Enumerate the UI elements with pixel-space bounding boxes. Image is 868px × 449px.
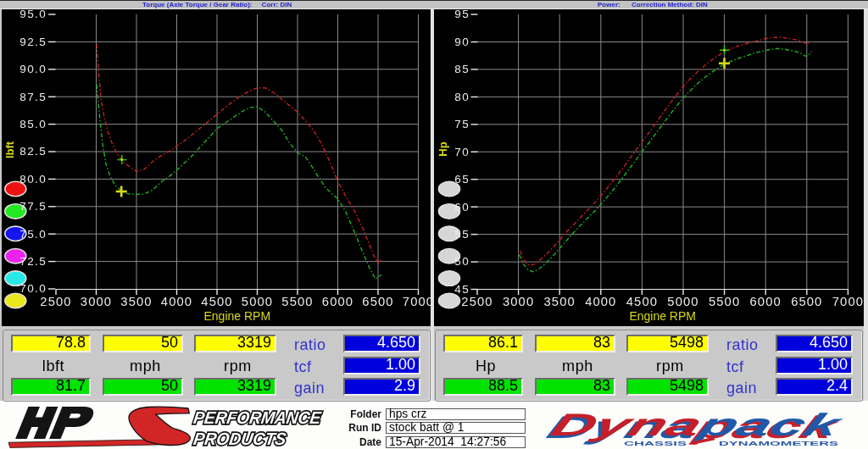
svg-text:Dyna: Dyna	[546, 407, 708, 442]
svg-text:DYNAMOMETERS: DYNAMOMETERS	[719, 440, 839, 447]
svg-text:55: 55	[454, 228, 470, 241]
svg-text:Engine RPM: Engine RPM	[204, 309, 271, 323]
svg-text:Hp: Hp	[437, 141, 449, 156]
svg-text:2500: 2500	[40, 295, 71, 308]
svg-text:4500: 4500	[201, 295, 232, 308]
svg-text:85.0: 85.0	[19, 118, 47, 130]
svg-text:92.5: 92.5	[19, 36, 47, 48]
svg-text:90: 90	[454, 36, 470, 48]
svg-text:6500: 6500	[791, 295, 822, 308]
svg-text:PERFORMANCE: PERFORMANCE	[192, 407, 323, 427]
svg-text:2500: 2500	[461, 295, 492, 308]
svg-text:PRODUCTS: PRODUCTS	[192, 429, 287, 448]
svg-text:lbft: lbft	[3, 141, 16, 158]
svg-text:3000: 3000	[503, 295, 534, 308]
svg-text:4000: 4000	[161, 295, 192, 308]
svg-text:77.5: 77.5	[19, 200, 47, 213]
svg-text:3000: 3000	[81, 295, 112, 308]
svg-text:80: 80	[454, 91, 470, 103]
svg-text:pack: pack	[692, 407, 849, 442]
svg-text:72.5: 72.5	[19, 255, 47, 268]
svg-text:85: 85	[454, 63, 470, 75]
svg-text:5500: 5500	[709, 295, 740, 308]
svg-text:70.0: 70.0	[19, 282, 47, 295]
svg-text:5000: 5000	[242, 295, 273, 308]
svg-text:75.0: 75.0	[19, 228, 47, 241]
svg-text:4000: 4000	[585, 295, 616, 308]
svg-text:5000: 5000	[667, 295, 698, 308]
svg-text:60: 60	[454, 201, 470, 213]
svg-text:50: 50	[454, 255, 470, 268]
svg-text:75: 75	[454, 118, 470, 130]
svg-text:3500: 3500	[120, 295, 152, 308]
svg-text:Engine RPM: Engine RPM	[629, 309, 696, 323]
svg-text:87.5: 87.5	[19, 91, 47, 103]
svg-text:95: 95	[454, 9, 470, 20]
svg-text:5500: 5500	[281, 295, 313, 308]
svg-text:6000: 6000	[322, 295, 353, 308]
svg-text:3500: 3500	[544, 295, 576, 308]
svg-text:7000: 7000	[403, 295, 431, 308]
svg-text:CHASSIS: CHASSIS	[624, 440, 687, 447]
svg-text:6500: 6500	[362, 295, 393, 308]
svg-text:65: 65	[454, 173, 470, 186]
svg-text:45: 45	[454, 283, 470, 296]
svg-text:80.0: 80.0	[19, 173, 47, 186]
svg-text:82.5: 82.5	[19, 145, 47, 158]
svg-text:90.0: 90.0	[19, 63, 47, 75]
svg-text:7000: 7000	[832, 295, 864, 308]
svg-text:4500: 4500	[626, 295, 658, 308]
svg-text:6000: 6000	[750, 295, 782, 308]
svg-text:95.0: 95.0	[19, 9, 47, 20]
svg-text:70: 70	[454, 146, 470, 158]
